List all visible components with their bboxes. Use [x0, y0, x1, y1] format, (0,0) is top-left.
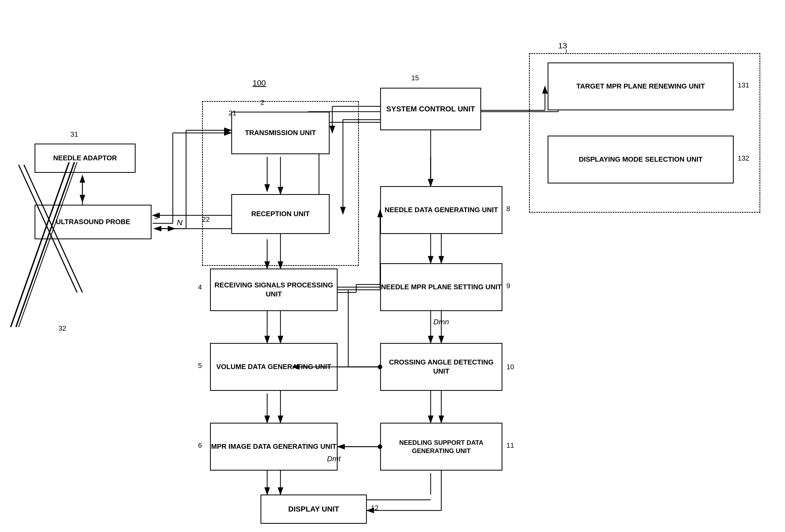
volume-data-label: VOLUME DATA GENERATING UNIT: [217, 362, 331, 372]
svg-line-37: [16, 162, 74, 327]
dmn-label: Dmn: [433, 318, 449, 326]
ref-6: 6: [198, 441, 202, 450]
receiving-signals-label: RECEIVING SIGNALS PROCESSING UNIT: [211, 281, 337, 299]
dmt-label: Dmt: [327, 455, 340, 463]
ref-10: 10: [506, 363, 514, 371]
mpr-image-data-label: MPR IMAGE DATA GENERATING UNIT: [211, 442, 336, 451]
transmission-unit-label: TRANSMISSION UNIT: [245, 128, 316, 137]
ref-100: 100: [253, 78, 266, 87]
needle-mpr-plane-box: NEEDLE MPR PLANE SETTING UNIT: [380, 263, 502, 311]
ref-132: 132: [738, 154, 749, 162]
svg-line-40: [19, 165, 77, 293]
ref-2: 2: [260, 98, 264, 107]
ref-13: 13: [558, 41, 567, 50]
reception-unit-box: RECEPTION UNIT: [231, 194, 330, 234]
ref-31: 31: [71, 130, 78, 138]
ref-4: 4: [198, 283, 202, 292]
n-label: N: [177, 218, 183, 227]
ref-21: 21: [229, 109, 236, 117]
mpr-image-data-box: MPR IMAGE DATA GENERATING UNIT: [210, 423, 337, 471]
needle-data-label: NEEDLE DATA GENERATING UNIT: [385, 205, 498, 214]
svg-line-39: [24, 165, 82, 293]
needle-mpr-plane-label: NEEDLE MPR PLANE SETTING UNIT: [381, 283, 502, 292]
needling-support-box: NEEDLING SUPPORT DATA GENERATING UNIT: [380, 423, 502, 471]
needle-illustration: [8, 159, 88, 332]
ref-8: 8: [506, 205, 510, 213]
reception-unit-label: RECEPTION UNIT: [251, 209, 310, 219]
ref-9: 9: [506, 282, 510, 290]
crossing-angle-label: CROSSING ANGLE DETECTING UNIT: [381, 358, 502, 376]
display-unit-label: DISPLAY UNIT: [288, 504, 339, 514]
system-control-box: SYSTEM CONTROL UNIT: [380, 88, 481, 130]
ref-5: 5: [198, 361, 202, 370]
ref-22: 22: [202, 216, 210, 224]
needle-data-box: NEEDLE DATA GENERATING UNIT: [380, 186, 502, 234]
displaying-mode-label: DISPLAYING MODE SELECTION UNIT: [579, 155, 703, 164]
transmission-unit-box: TRANSMISSION UNIT: [231, 112, 330, 154]
ref-15: 15: [411, 74, 419, 82]
needling-support-label: NEEDLING SUPPORT DATA GENERATING UNIT: [381, 438, 502, 455]
ref-3: 3: [154, 213, 158, 221]
diagram-container: NEEDLE ADAPTOR 31 ULTRASOUND PROBE 3 32 …: [0, 0, 785, 532]
receiving-signals-box: RECEIVING SIGNALS PROCESSING UNIT: [210, 269, 337, 311]
displaying-mode-box: DISPLAYING MODE SELECTION UNIT: [548, 135, 734, 183]
ref-11: 11: [506, 441, 514, 450]
target-mpr-box: TARGET MPR PLANE RENEWING UNIT: [548, 62, 734, 110]
system-control-label: SYSTEM CONTROL UNIT: [386, 104, 475, 114]
target-mpr-label: TARGET MPR PLANE RENEWING UNIT: [576, 82, 705, 91]
svg-line-38: [19, 162, 77, 327]
crossing-angle-box: CROSSING ANGLE DETECTING UNIT: [380, 343, 502, 391]
volume-data-box: VOLUME DATA GENERATING UNIT: [210, 343, 337, 391]
ref-131: 131: [738, 81, 749, 89]
display-unit-box: DISPLAY UNIT: [260, 495, 367, 524]
ref-12: 12: [371, 504, 379, 512]
